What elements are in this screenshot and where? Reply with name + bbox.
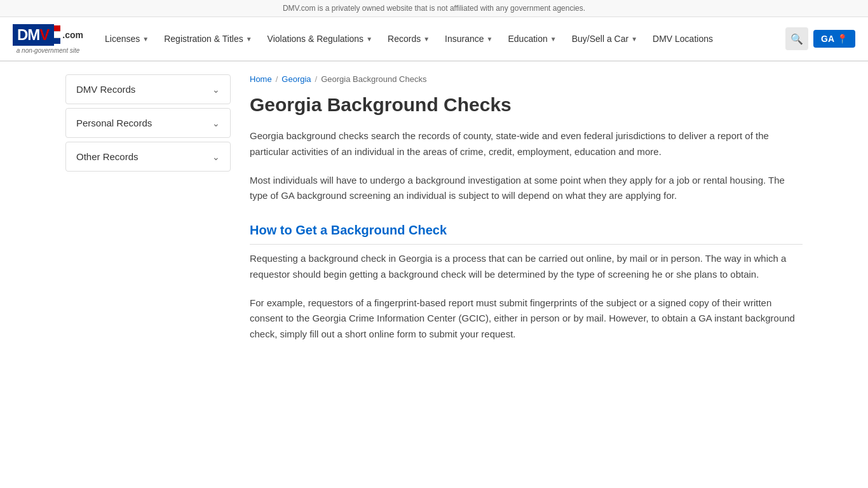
chevron-down-icon: ⌄ bbox=[212, 85, 220, 95]
nav-insurance-arrow: ▼ bbox=[487, 36, 493, 43]
page-title: Georgia Background Checks bbox=[250, 94, 803, 116]
section-title-how-to: How to Get a Background Check bbox=[250, 223, 803, 245]
header-right: 🔍 GA 📍 bbox=[785, 27, 855, 50]
sidebar-item-dmv-records[interactable]: DMV Records ⌄ bbox=[65, 74, 231, 104]
nav-education-arrow: ▼ bbox=[550, 36, 557, 43]
sidebar-item-personal-records[interactable]: Personal Records ⌄ bbox=[65, 108, 231, 138]
nav-registration-arrow: ▼ bbox=[246, 36, 252, 43]
location-pin-icon: 📍 bbox=[837, 34, 848, 44]
nav-education[interactable]: Education ▼ bbox=[501, 29, 562, 49]
logo-area[interactable]: DM V .com a non-government site bbox=[13, 24, 83, 54]
nav-records[interactable]: Records ▼ bbox=[381, 29, 436, 49]
breadcrumb-separator-1: / bbox=[276, 74, 278, 84]
section-paragraph-2: For example, requestors of a fingerprint… bbox=[250, 295, 803, 342]
header: DM V .com a non-government site Licenses… bbox=[0, 17, 868, 62]
chevron-down-icon-2: ⌄ bbox=[212, 118, 220, 128]
main-container: DMV Records ⌄ Personal Records ⌄ Other R… bbox=[53, 62, 815, 368]
sidebar-item-other-records[interactable]: Other Records ⌄ bbox=[65, 142, 231, 172]
breadcrumb-home[interactable]: Home bbox=[250, 74, 272, 84]
content-area: Home / Georgia / Georgia Background Chec… bbox=[250, 74, 803, 355]
nav-licenses-arrow: ▼ bbox=[142, 36, 149, 43]
search-button[interactable]: 🔍 bbox=[785, 27, 808, 50]
banner-text: DMV.com is a privately owned website tha… bbox=[283, 4, 585, 13]
nav-dmv-locations[interactable]: DMV Locations bbox=[646, 29, 719, 49]
breadcrumb-current: Georgia Background Checks bbox=[321, 74, 426, 84]
nav-violations[interactable]: Violations & Regulations ▼ bbox=[261, 29, 379, 49]
dmv-logo: DM V .com bbox=[13, 24, 83, 46]
main-nav: Licenses ▼ Registration & Titles ▼ Viola… bbox=[98, 29, 785, 49]
nav-buysell[interactable]: Buy/Sell a Car ▼ bbox=[566, 29, 644, 49]
nav-registration[interactable]: Registration & Titles ▼ bbox=[158, 29, 258, 49]
top-banner: DMV.com is a privately owned website tha… bbox=[0, 0, 868, 17]
search-icon: 🔍 bbox=[790, 33, 803, 45]
sidebar-personal-records-label: Personal Records bbox=[76, 118, 152, 128]
state-label: GA bbox=[821, 34, 834, 44]
section-paragraph-1: Requesting a background check in Georgia… bbox=[250, 251, 803, 283]
sidebar-other-records-label: Other Records bbox=[76, 151, 139, 162]
breadcrumb-separator-2: / bbox=[315, 74, 318, 84]
intro-paragraph-1: Georgia background checks search the rec… bbox=[250, 128, 803, 160]
chevron-down-icon-3: ⌄ bbox=[212, 152, 220, 162]
intro-paragraph-2: Most individuals will have to undergo a … bbox=[250, 173, 803, 205]
nav-violations-arrow: ▼ bbox=[366, 36, 372, 43]
nav-licenses[interactable]: Licenses ▼ bbox=[98, 29, 155, 49]
nav-insurance[interactable]: Insurance ▼ bbox=[438, 29, 499, 49]
sidebar-dmv-records-label: DMV Records bbox=[76, 84, 135, 95]
state-selector-button[interactable]: GA 📍 bbox=[813, 30, 855, 48]
sidebar: DMV Records ⌄ Personal Records ⌄ Other R… bbox=[65, 74, 231, 355]
logo-tagline: a non-government site bbox=[17, 47, 80, 54]
breadcrumb-state[interactable]: Georgia bbox=[281, 74, 311, 84]
nav-buysell-arrow: ▼ bbox=[631, 36, 637, 43]
breadcrumb: Home / Georgia / Georgia Background Chec… bbox=[250, 74, 803, 84]
nav-records-arrow: ▼ bbox=[423, 36, 430, 43]
